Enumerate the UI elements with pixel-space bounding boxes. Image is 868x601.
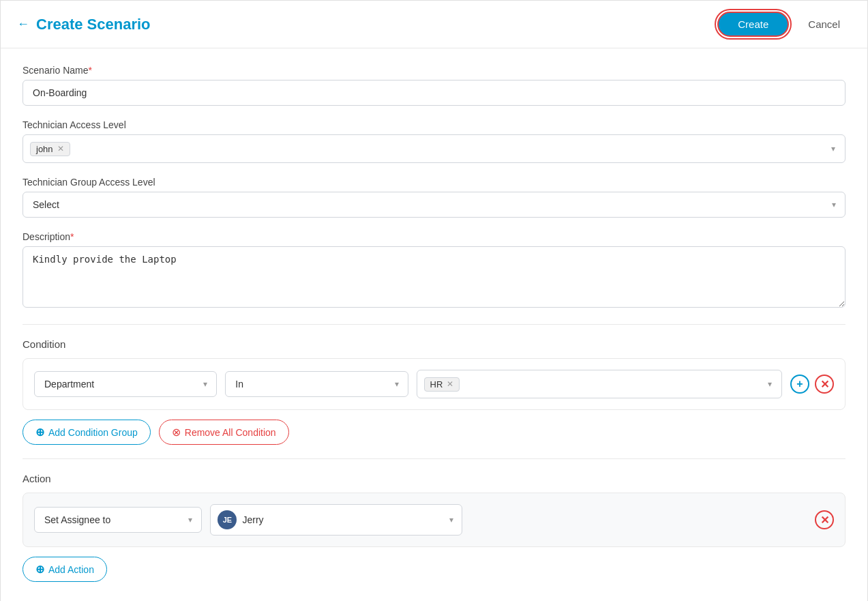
create-button[interactable]: Create xyxy=(717,12,789,37)
condition-box: Department ▾ In ▾ xyxy=(23,358,845,410)
condition-operator-select[interactable]: In xyxy=(225,371,408,397)
condition-value-tag-remove[interactable]: ✕ xyxy=(447,379,453,389)
action-row: Set Assignee to ▾ JE Jerry ▾ xyxy=(34,504,834,536)
condition-actions: ⊕ Add Condition Group ⊗ Remove All Condi… xyxy=(23,420,845,445)
technician-access-tag: john ✕ xyxy=(30,142,70,156)
description-label: Description* xyxy=(23,231,845,242)
condition-value-select[interactable]: HR ✕ ▾ xyxy=(417,370,783,398)
condition-section: Condition Department ▾ xyxy=(23,338,845,445)
technician-access-group: Technician Access Level john ✕ ▾ xyxy=(23,119,845,163)
condition-value-wrapper: HR ✕ ▾ xyxy=(417,370,783,398)
action-section-title: Action xyxy=(23,473,845,484)
action-remove-wrapper: ✕ xyxy=(815,510,834,529)
technician-access-label: Technician Access Level xyxy=(23,119,845,130)
condition-operator-select-wrapper: In ▾ xyxy=(225,371,408,397)
remove-all-condition-icon: ⊗ xyxy=(172,426,181,439)
condition-field-wrapper: Department ▾ xyxy=(34,371,217,397)
action-field-select-wrapper: Set Assignee to ▾ xyxy=(34,507,202,533)
action-assignee-wrapper: JE Jerry ▾ xyxy=(210,504,462,536)
remove-action-icon-button[interactable]: ✕ xyxy=(815,510,834,529)
divider-1 xyxy=(23,324,845,325)
back-arrow-icon[interactable]: ← xyxy=(17,17,29,31)
header-actions: Create Cancel xyxy=(717,12,851,37)
condition-value-tag: HR ✕ xyxy=(424,377,460,392)
add-action-wrapper: ⊕ Add Action xyxy=(23,557,845,582)
add-condition-icon-button[interactable]: + xyxy=(790,375,809,394)
condition-value-arrow-icon: ▾ xyxy=(768,379,772,389)
technician-tag-remove[interactable]: ✕ xyxy=(57,144,64,153)
remove-condition-icon-button[interactable]: ✕ xyxy=(815,375,834,394)
scenario-name-group: Scenario Name* xyxy=(23,65,845,106)
avatar: JE xyxy=(218,510,237,529)
add-action-plus-icon: ⊕ xyxy=(35,563,44,576)
scenario-name-label: Scenario Name* xyxy=(23,65,845,76)
remove-all-condition-button[interactable]: ⊗ Remove All Condition xyxy=(159,420,289,445)
divider-2 xyxy=(23,458,845,459)
description-textarea[interactable]: Kindly provide the Laptop xyxy=(23,246,845,308)
condition-operator-wrapper: In ▾ xyxy=(225,371,408,397)
description-group: Description* Kindly provide the Laptop xyxy=(23,231,845,310)
technician-group-label: Technician Group Access Level xyxy=(23,177,845,188)
condition-section-title: Condition xyxy=(23,338,845,350)
action-assignee-select[interactable]: JE Jerry ▾ xyxy=(210,504,462,536)
action-assignee-name: Jerry xyxy=(242,514,263,525)
action-box: Set Assignee to ▾ JE Jerry ▾ xyxy=(23,493,845,547)
condition-field-select[interactable]: Department xyxy=(34,371,217,397)
technician-group-wrapper: Select ▾ xyxy=(23,192,845,218)
technician-group-group: Technician Group Access Level Select ▾ xyxy=(23,177,845,218)
condition-row: Department ▾ In ▾ xyxy=(34,370,834,398)
page-title: Create Scenario xyxy=(36,16,151,33)
technician-group-select[interactable]: Select xyxy=(23,192,845,218)
form-content: Scenario Name* Technician Access Level j… xyxy=(1,48,867,601)
add-action-button[interactable]: ⊕ Add Action xyxy=(23,557,107,582)
scenario-name-input[interactable] xyxy=(23,80,845,106)
technician-access-select[interactable]: john ✕ ▾ xyxy=(23,134,845,163)
condition-field-select-wrapper: Department ▾ xyxy=(34,371,217,397)
action-section: Action Set Assignee to ▾ xyxy=(23,473,845,582)
page-header: ← Create Scenario Create Cancel xyxy=(1,1,867,48)
add-condition-group-plus-icon: ⊕ xyxy=(35,426,44,439)
header-left: ← Create Scenario xyxy=(17,16,151,33)
cancel-button[interactable]: Cancel xyxy=(797,13,851,35)
action-field-select[interactable]: Set Assignee to xyxy=(34,507,202,533)
action-field-wrapper: Set Assignee to ▾ xyxy=(34,507,202,533)
action-assignee-arrow-icon: ▾ xyxy=(449,515,453,525)
add-condition-group-button[interactable]: ⊕ Add Condition Group xyxy=(23,420,151,445)
condition-action-icons: + ✕ xyxy=(790,375,834,394)
technician-access-arrow-icon: ▾ xyxy=(831,144,835,153)
